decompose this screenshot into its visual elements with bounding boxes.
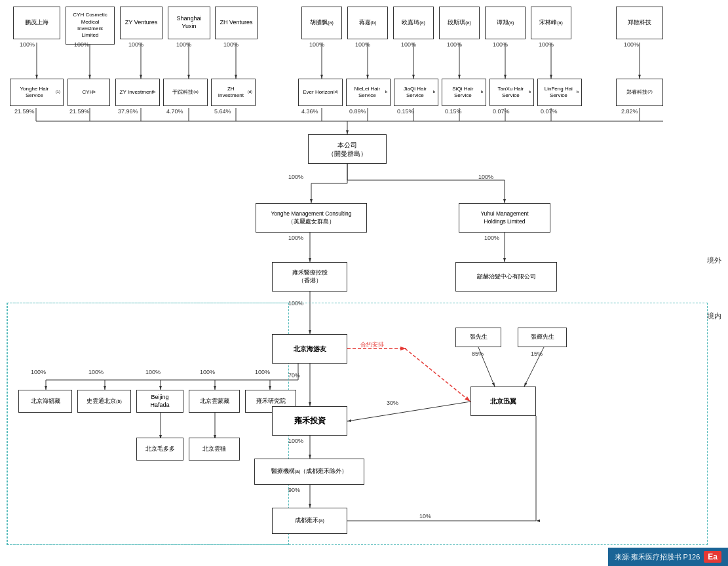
sh-zheng-ke: 郑散科技 bbox=[616, 7, 663, 39]
pct-main-to-yuhui: 100% bbox=[478, 174, 493, 180]
pct-ms4: 4.70% bbox=[166, 108, 183, 115]
fanhua: 顓赫治髮中心有限公司 bbox=[455, 262, 557, 292]
ms-ever-horizon: Ever Horizon(d) bbox=[298, 79, 343, 106]
ms-tanxu-hair: TanXu Hair Serviceb bbox=[489, 79, 534, 106]
beijing-haimocang: 北京海韧藏 bbox=[18, 390, 72, 413]
svg-line-56 bbox=[405, 349, 470, 402]
ms-siqi-hair: SiQi Hair Serviceb bbox=[442, 79, 486, 106]
pct-sh2: 100% bbox=[74, 41, 89, 48]
pct-yuhui-to-fanhua: 100% bbox=[484, 235, 499, 241]
pct-left5: 100% bbox=[255, 369, 270, 375]
pct-ms10: 0.07% bbox=[493, 108, 510, 115]
pct-ms12: 2.82% bbox=[621, 108, 638, 115]
pct-zhang-85: 85% bbox=[472, 350, 484, 357]
ms-jiaqi-hair: JiaQi Hair Serviceb bbox=[394, 79, 438, 106]
sh-zy-ventures: ZY Ventures bbox=[120, 7, 163, 39]
source-text: 来源·雍禾医疗招股书 P126 bbox=[615, 552, 700, 562]
heyue-ansuan-label: 合约安排 bbox=[360, 341, 384, 349]
yonghe-invest: 雍禾投資 bbox=[272, 406, 347, 436]
sh-tan: 谭旭(a) bbox=[485, 7, 526, 39]
inside-left-border bbox=[7, 303, 289, 545]
ms-zy-invest: ZY Investmentb bbox=[115, 79, 160, 106]
ms-zh-invest: ZH Investment(d) bbox=[211, 79, 256, 106]
pct-70: 70% bbox=[288, 372, 300, 379]
pct-ms7: 0.89% bbox=[349, 108, 366, 115]
pct-zhang-15: 15% bbox=[531, 350, 543, 357]
pct-ms2: 21.59% bbox=[69, 108, 90, 115]
pct-left4: 100% bbox=[200, 369, 215, 375]
inside-section-border bbox=[7, 303, 708, 545]
sh-jiang: 蒋嘉(b) bbox=[347, 7, 388, 39]
sh-ou: 欧嘉琦(a) bbox=[393, 7, 434, 39]
main-container: 境外 境内 鹏茂上海 CYH Cosmetic Medical Investme… bbox=[0, 0, 728, 566]
zhang-xiansheng: 張先生 bbox=[455, 328, 501, 347]
beijing-haiyouyou: 北京海游友 bbox=[272, 334, 347, 364]
zhang-hui-xiansheng: 張輝先生 bbox=[518, 328, 567, 347]
ms-linfeng-hair: LinFeng Hai Serviceb bbox=[537, 79, 582, 106]
pct-sh12: 100% bbox=[624, 41, 639, 48]
pct-sh7: 100% bbox=[355, 41, 370, 48]
shiyun-beijing: 史雲通北京(b) bbox=[77, 390, 131, 413]
sh-zh-ventures: ZH Ventures bbox=[215, 7, 258, 39]
sh-song: 宋林峰(a) bbox=[531, 7, 571, 39]
ms-yonghe-hair: Yonghe Hair Service(1) bbox=[10, 79, 64, 106]
pct-hk-to-beijing: 100% bbox=[288, 300, 303, 307]
pct-ms5: 5.64% bbox=[214, 108, 231, 115]
pct-90: 90% bbox=[288, 487, 300, 493]
beijing-yunzhen: 北京雲蒙藏 bbox=[189, 390, 240, 413]
pct-ms1: 21.59% bbox=[14, 108, 35, 115]
outside-label: 境外 bbox=[707, 255, 721, 265]
pct-30: 30% bbox=[387, 400, 398, 406]
pct-ms9: 0.15% bbox=[445, 108, 462, 115]
pct-sh6: 100% bbox=[309, 41, 324, 48]
svg-line-41 bbox=[347, 402, 470, 421]
pct-sh9: 100% bbox=[447, 41, 462, 48]
pct-sh3: 100% bbox=[128, 41, 144, 48]
source-logo: Ea bbox=[704, 551, 721, 563]
source-tag: 来源·雍禾医疗招股书 P126 Ea bbox=[608, 548, 729, 566]
pct-sh1: 100% bbox=[20, 41, 35, 48]
pct-left3: 100% bbox=[145, 369, 161, 375]
sh-pengmao: 鹏茂上海 bbox=[13, 7, 60, 39]
pct-10: 10% bbox=[419, 513, 431, 519]
main-company: 本公司（開曼群島） bbox=[308, 134, 387, 164]
pct-ms6: 4.36% bbox=[301, 108, 318, 115]
medical-orgs: 醫療機構(a)（成都雍禾除外） bbox=[254, 459, 364, 485]
pct-sh10: 100% bbox=[493, 41, 508, 48]
beijing-xunyi: 北京迅翼 bbox=[470, 387, 536, 416]
pct-left1: 100% bbox=[31, 369, 46, 375]
chengdu-yonghe: 成都雍禾(a) bbox=[272, 508, 347, 534]
pct-sh8: 100% bbox=[401, 41, 416, 48]
pct-left2: 100% bbox=[88, 369, 104, 375]
pct-sh4: 100% bbox=[176, 41, 191, 48]
yonghe-hk: 雍禾醫療控股（香港） bbox=[272, 262, 347, 292]
pct-sh5: 100% bbox=[223, 41, 239, 48]
beijing-yunxiao: 北京雲猫 bbox=[189, 438, 240, 461]
pct-invest-to-medical: 100% bbox=[288, 438, 303, 444]
pct-ms11: 0.07% bbox=[541, 108, 558, 115]
sh-hu: 胡腊飘(a) bbox=[301, 7, 342, 39]
sh-duan: 段斯琪(a) bbox=[439, 7, 480, 39]
beijing-hafada: BeijingHafada bbox=[136, 390, 183, 413]
ms-nielei-hair: NieLei Hair Serviceb bbox=[346, 79, 391, 106]
beijing-maoduoduo: 北京毛多多 bbox=[136, 438, 183, 461]
pct-main-to-yonghe: 100% bbox=[288, 174, 303, 180]
yonghe-mgmt: Yonghe Management Consulting（英屬處女群島） bbox=[256, 203, 367, 233]
ms-zhengru-tech: 郑睿科技(7) bbox=[616, 79, 663, 106]
pct-yonghe-to-hk: 100% bbox=[288, 235, 303, 241]
sh-shanghai-yuxin: Shanghai Yuxin bbox=[168, 7, 210, 39]
sh-cyh: CYH Cosmetic Medical Investment Limited bbox=[66, 7, 115, 45]
pct-ms8: 0.15% bbox=[397, 108, 414, 115]
ms-yuzhong-tech: 于踪科技(a) bbox=[163, 79, 208, 106]
yuhui-mgmt: Yuhui ManagementHoldings Limited bbox=[459, 203, 550, 233]
ms-cyh-b: CYHb bbox=[67, 79, 110, 106]
pct-ms3: 37.96% bbox=[118, 108, 138, 115]
pct-sh11: 100% bbox=[539, 41, 554, 48]
inside-label: 境内 bbox=[707, 311, 721, 321]
